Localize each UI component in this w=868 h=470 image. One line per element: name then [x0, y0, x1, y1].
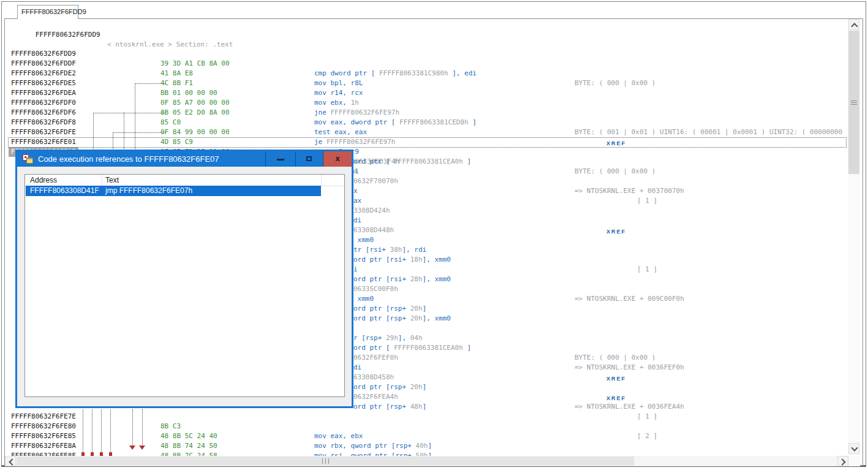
dialog-titlebar[interactable]: Code execution references to FFFFF80632F…	[17, 151, 352, 167]
close-button[interactable]: x	[323, 151, 352, 167]
scroll-up-button[interactable]	[848, 19, 859, 30]
jump-line	[93, 113, 94, 149]
jump-line	[113, 132, 165, 133]
maximize-button[interactable]	[295, 151, 323, 167]
header-address: FFFFF80632F6FDD9	[36, 31, 100, 39]
vertical-scrollbar-thumb[interactable]	[848, 31, 859, 174]
column-header-address[interactable]: Address	[30, 175, 57, 186]
disasm-row[interactable]: FFFFF80632F6FDDF 41 8A E8 mov bpl, r8L	[6, 49, 847, 59]
jump-arrow-down	[139, 445, 145, 450]
horizontal-scrollbar[interactable]	[5, 456, 849, 466]
reference-text: jmp FFFFF80632F6FE07h	[105, 186, 192, 196]
dialog-title: Code execution references to FFFFF80632F…	[38, 151, 219, 167]
chevron-left-icon	[9, 458, 15, 465]
disasm-row[interactable]: FFFFF80632F6FDF0 8B 05 E2 D0 8A 00 mov e…	[6, 88, 847, 98]
jump-line	[110, 409, 111, 452]
scroll-down-button[interactable]	[848, 443, 859, 454]
jump-line	[83, 409, 83, 452]
disasm-row[interactable]: FFFFF80632F6FDF6 85 C0 test eax, eax	[6, 98, 847, 108]
jump-line	[132, 409, 133, 445]
disasm-row[interactable]: FFFFF80632F6FDE2 4C 8B F1 mov r14, rcx	[6, 59, 847, 69]
scroll-right-button[interactable]	[837, 456, 848, 466]
column-divider[interactable]	[321, 175, 322, 186]
jump-line	[93, 113, 165, 113]
form-icon	[23, 154, 32, 164]
chevron-right-icon	[839, 458, 845, 465]
disasm-row[interactable]: FFFFF80632F6FDEA 0F 85 A7 00 00 00 jne F…	[6, 78, 847, 88]
disasm-row[interactable]: FFFFF80632F6FDE5 BB 01 00 00 00 mov ebx,…	[6, 69, 847, 78]
horizontal-scrollbar-thumb[interactable]	[17, 457, 634, 466]
jump-line	[113, 132, 113, 149]
thumb-grip-icon	[851, 99, 857, 106]
code-references-dialog[interactable]: Code execution references to FFFFF80632F…	[15, 150, 353, 408]
minimize-button[interactable]	[265, 151, 295, 167]
jump-arrow-down	[129, 445, 135, 450]
disasm-row[interactable]: FFFFF80632F6FDFE 4D 85 C9 test r9, r9	[6, 118, 847, 127]
listing-header: FFFFF80632F6FDD9 < ntoskrnl.exe > Sectio…	[11, 20, 100, 30]
disasm-row[interactable]: FFFFF80632F6FDD9 39 3D A1 CB 8A 00 cmp d…	[6, 39, 847, 49]
jump-line	[92, 409, 92, 452]
column-header-text[interactable]: Text	[105, 175, 119, 186]
jump-line	[135, 83, 135, 149]
references-list[interactable]: Address Text FFFFF8063308D41F jmp FFFFF8…	[25, 174, 345, 397]
reference-address: FFFFF8063308D41F	[30, 186, 99, 196]
selected-row-focus-rect	[8, 137, 847, 148]
scroll-left-button[interactable]	[5, 456, 16, 466]
thumb-grip-icon	[321, 458, 330, 464]
list-header: Address Text	[25, 175, 344, 186]
scrollbar-corner	[849, 456, 860, 466]
disassembler-window: FFFFF80632F6FDD9 FFFFF80632F6FDD9 < ntos…	[0, 0, 868, 470]
minimize-icon	[277, 159, 284, 161]
vertical-scrollbar[interactable]	[848, 19, 860, 455]
jump-line	[101, 409, 102, 452]
jump-line	[142, 409, 143, 445]
chevron-down-icon	[851, 444, 858, 451]
chevron-up-icon	[851, 23, 858, 29]
maximize-icon	[306, 156, 312, 161]
jump-line	[124, 113, 124, 149]
jump-line	[135, 83, 165, 84]
tab-address[interactable]: FFFFF80632F6FDD9	[17, 5, 78, 19]
reference-row[interactable]: FFFFF8063308D41F jmp FFFFF80632F6FE07h	[26, 186, 321, 196]
column-divider[interactable]	[102, 175, 102, 186]
